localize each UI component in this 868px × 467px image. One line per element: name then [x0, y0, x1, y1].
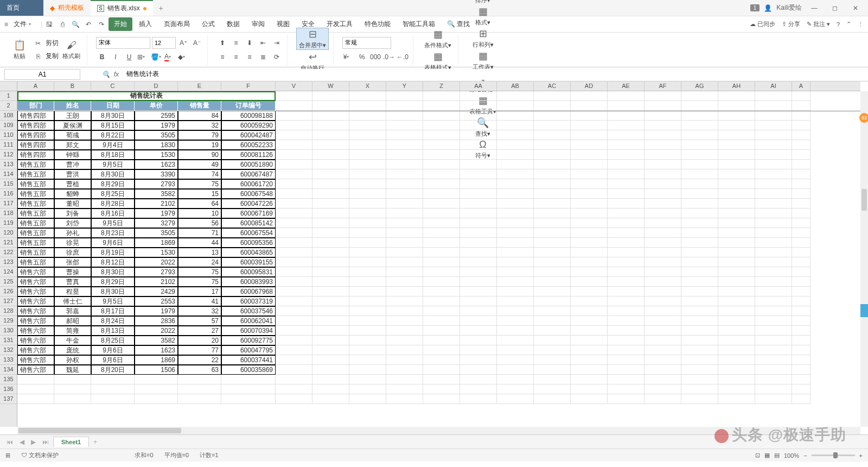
cell[interactable]: 3505 [135, 130, 178, 140]
cell[interactable]: 1506 [135, 365, 178, 375]
cell[interactable] [608, 277, 644, 287]
cell[interactable]: 销售五部 [17, 228, 54, 238]
font-color-icon[interactable]: A▾ [164, 51, 176, 63]
cell[interactable]: 75 [178, 277, 221, 287]
cell[interactable] [460, 296, 497, 306]
cell[interactable] [718, 316, 755, 326]
cell[interactable] [312, 209, 349, 218]
cell[interactable] [644, 336, 681, 345]
cell[interactable] [534, 316, 571, 326]
cell[interactable] [386, 111, 423, 121]
avatar-icon[interactable]: 👤 [764, 4, 772, 12]
cell[interactable] [644, 345, 681, 355]
zoom-slider[interactable] [812, 455, 855, 456]
cell[interactable] [571, 238, 608, 248]
row-header[interactable]: 136 [0, 384, 17, 394]
cell[interactable]: 日期 [91, 101, 135, 111]
cell[interactable]: 600039155 [221, 257, 276, 267]
cell[interactable] [534, 228, 571, 238]
cell[interactable] [608, 248, 644, 257]
cell[interactable] [460, 375, 497, 384]
cell[interactable] [534, 91, 571, 101]
cell[interactable] [644, 101, 681, 111]
cell[interactable]: 销售六部 [17, 326, 54, 336]
cell[interactable] [312, 160, 349, 169]
cell[interactable]: 600042487 [221, 130, 276, 140]
cell[interactable] [608, 316, 644, 326]
cell[interactable]: 8月18日 [91, 150, 135, 160]
cell[interactable] [349, 169, 386, 179]
cell[interactable] [755, 91, 792, 101]
cell[interactable] [534, 277, 571, 287]
cell[interactable] [423, 238, 460, 248]
cell[interactable] [681, 306, 718, 316]
cell[interactable] [718, 218, 755, 228]
cell[interactable]: 2429 [135, 287, 178, 296]
row-header[interactable]: 115 [0, 179, 17, 189]
cell[interactable]: 600037546 [221, 306, 276, 316]
cell[interactable] [460, 169, 497, 179]
cell[interactable] [644, 277, 681, 287]
cell[interactable] [312, 257, 349, 267]
cell[interactable] [792, 189, 810, 199]
cell[interactable] [644, 150, 681, 160]
cell[interactable] [755, 111, 792, 121]
cell[interactable]: 8月15日 [91, 121, 135, 130]
notification-badge[interactable]: 1 [750, 4, 760, 11]
cell[interactable] [644, 218, 681, 228]
cell[interactable] [312, 277, 349, 287]
cell[interactable] [792, 238, 810, 248]
cell[interactable] [497, 267, 534, 277]
cell[interactable]: 600067554 [221, 228, 276, 238]
cell[interactable]: 销售六部 [17, 336, 54, 345]
cell[interactable] [349, 316, 386, 326]
cell[interactable] [792, 277, 810, 287]
cell[interactable] [276, 199, 312, 209]
cell[interactable] [349, 306, 386, 316]
cell[interactable]: 曹真 [54, 277, 91, 287]
cell[interactable]: 9月5日 [91, 160, 135, 169]
share-button[interactable]: ⇪ 分享 [782, 20, 800, 28]
cell[interactable] [497, 218, 534, 228]
cell[interactable] [571, 384, 608, 394]
cell[interactable] [386, 326, 423, 336]
cell[interactable] [571, 345, 608, 355]
cell[interactable] [755, 238, 792, 248]
cell[interactable] [497, 394, 534, 404]
cell[interactable] [681, 248, 718, 257]
row-header[interactable]: 110 [0, 130, 17, 140]
cell[interactable] [497, 306, 534, 316]
row-header[interactable]: 134 [0, 365, 17, 375]
cell[interactable] [349, 287, 386, 296]
cell[interactable] [718, 101, 755, 111]
cell[interactable] [718, 248, 755, 257]
username[interactable]: Kaili爱绘 [776, 3, 802, 12]
cell[interactable]: 17 [178, 287, 221, 296]
cell[interactable] [276, 218, 312, 228]
cell[interactable] [312, 150, 349, 160]
cell[interactable] [755, 101, 792, 111]
cell[interactable] [460, 209, 497, 218]
cell[interactable] [423, 267, 460, 277]
file-menu[interactable]: 文件▾ [9, 17, 40, 31]
cell[interactable] [571, 150, 608, 160]
cell[interactable]: 2102 [135, 199, 178, 209]
cell[interactable] [718, 150, 755, 160]
cell[interactable] [571, 306, 608, 316]
more-icon[interactable]: ⋮ [858, 21, 864, 28]
cell[interactable] [644, 248, 681, 257]
cell[interactable] [349, 296, 386, 306]
col-header[interactable]: Z [423, 81, 460, 91]
cell[interactable] [681, 101, 718, 111]
cell[interactable]: 销售六部 [17, 365, 54, 375]
cell[interactable] [718, 228, 755, 238]
cell[interactable] [681, 228, 718, 238]
number-format-select[interactable] [342, 37, 391, 49]
cell[interactable] [718, 140, 755, 150]
merge-center-button[interactable]: ⊟合并居中▾ [296, 28, 329, 50]
cell[interactable] [681, 257, 718, 267]
cell[interactable] [608, 326, 644, 336]
cell[interactable]: 徐晃 [54, 238, 91, 248]
cell[interactable] [312, 336, 349, 345]
cell[interactable] [755, 326, 792, 336]
